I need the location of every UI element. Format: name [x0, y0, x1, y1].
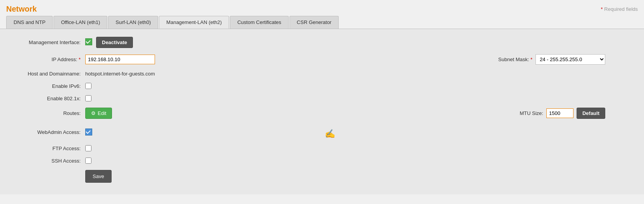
ip-address-row: IP Address: * Subnet Mask: * 24 - 255.25… [15, 54, 629, 65]
mtu-size-label: MTU Size: [520, 110, 543, 116]
management-interface-checkbox[interactable] [85, 38, 92, 46]
save-row: Save [15, 170, 629, 183]
mtu-default-button[interactable]: Default [577, 108, 605, 119]
enable-ipv6-checkbox[interactable] [85, 83, 91, 89]
deactivate-button[interactable]: Deactivate [96, 37, 133, 48]
content-area: Management Interface: Deactivate IP Addr… [0, 29, 644, 194]
tab-management-lan[interactable]: Management-LAN (eth2) [159, 16, 229, 29]
ftp-access-row: FTP Access: [15, 145, 629, 151]
ssh-access-checkbox[interactable] [85, 158, 91, 164]
tab-bar: DNS and NTP Office-LAN (eth1) Surf-LAN (… [0, 16, 644, 29]
ip-address-input[interactable] [85, 55, 155, 64]
tab-dns-ntp[interactable]: DNS and NTP [6, 16, 53, 29]
gear-icon: ⚙ [91, 110, 96, 116]
enable-ipv6-row: Enable IPv6: [15, 83, 629, 89]
enable-8021x-label: Enable 802.1x: [15, 96, 85, 101]
management-interface-label: Management Interface: [15, 39, 85, 45]
tab-surf-lan[interactable]: Surf-LAN (eth0) [108, 16, 158, 29]
ip-address-label: IP Address: * [15, 57, 85, 62]
host-domainname-row: Host and Domainname: hotspot.internet-fo… [15, 71, 629, 77]
tab-custom-certificates[interactable]: Custom Certificates [230, 16, 288, 29]
mtu-size-input[interactable] [546, 108, 573, 118]
subnet-mask-select[interactable]: 24 - 255.255.255.0 8 - 255.0.0.0 16 - 25… [536, 54, 605, 65]
webadmin-access-label: WebAdmin Access: [15, 129, 85, 135]
host-domainname-value: hotspot.internet-for-guests.com [85, 71, 155, 77]
enable-8021x-row: Enable 802.1x: [15, 95, 629, 101]
save-button[interactable]: Save [85, 170, 112, 183]
routes-row: Routes: ⚙ Edit MTU Size: Default [15, 108, 629, 119]
required-fields-note: * Required fields [601, 6, 638, 12]
host-domainname-label: Host and Domainname: [15, 71, 85, 77]
management-interface-checkbox-checked[interactable] [85, 38, 92, 45]
ssh-access-label: SSH Access: [15, 158, 85, 164]
enable-ipv6-label: Enable IPv6: [15, 83, 85, 89]
routes-edit-button[interactable]: ⚙ Edit [85, 108, 112, 119]
tab-csr-generator[interactable]: CSR Generator [289, 16, 339, 29]
management-interface-row: Management Interface: Deactivate [15, 37, 629, 48]
tab-office-lan[interactable]: Office-LAN (eth1) [53, 16, 107, 29]
ftp-access-label: FTP Access: [15, 146, 85, 151]
webadmin-access-row: WebAdmin Access: ✍ [15, 125, 629, 139]
ssh-access-row: SSH Access: [15, 158, 629, 164]
enable-8021x-checkbox[interactable] [85, 95, 91, 101]
routes-label: Routes: [15, 110, 85, 116]
ftp-access-checkbox[interactable] [85, 145, 91, 151]
cursor-pointer-icon: ✍ [325, 129, 335, 139]
webadmin-access-checkbox[interactable] [85, 129, 92, 135]
subnet-mask-label: Subnet Mask: * [498, 57, 532, 62]
page-title: Network [6, 5, 37, 14]
